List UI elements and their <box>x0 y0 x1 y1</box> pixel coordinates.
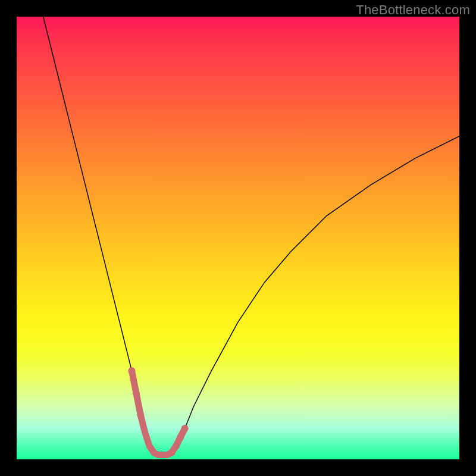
optimum-dot <box>133 389 140 396</box>
optimum-dot <box>181 425 189 432</box>
plot-area <box>17 17 459 459</box>
optimum-dot <box>137 412 144 419</box>
watermark-label: TheBottleneck.com <box>356 2 470 18</box>
bottleneck-curve-svg <box>17 17 459 459</box>
optimum-dot <box>128 367 135 374</box>
bottleneck-curve <box>43 17 459 455</box>
chart-frame: TheBottleneck.com <box>0 0 476 476</box>
optimum-dot <box>168 449 175 456</box>
optimum-dot <box>173 443 180 450</box>
optimum-dot <box>177 434 184 441</box>
